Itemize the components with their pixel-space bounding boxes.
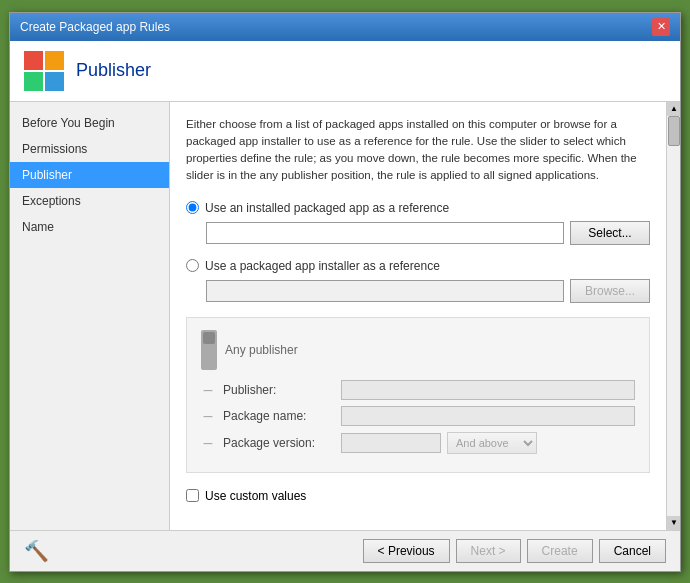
next-button[interactable]: Next > — [456, 539, 521, 563]
hammer-icon: 🔨 — [24, 539, 49, 563]
publisher-field-row: – Publisher: — [201, 380, 635, 400]
any-publisher-label: Any publisher — [225, 343, 298, 357]
package-version-dash: – — [201, 434, 215, 452]
sidebar-item-exceptions[interactable]: Exceptions — [10, 188, 169, 214]
sidebar-item-name[interactable]: Name — [10, 214, 169, 240]
package-name-field-label: Package name: — [223, 409, 333, 423]
close-button[interactable]: ✕ — [652, 18, 670, 36]
create-button[interactable]: Create — [527, 539, 593, 563]
dialog-footer: 🔨 < Previous Next > Create Cancel — [10, 530, 680, 571]
package-version-input[interactable] — [341, 433, 441, 453]
main-panel: Either choose from a list of packaged ap… — [170, 102, 666, 530]
dialog-title: Create Packaged app Rules — [20, 20, 170, 34]
dialog: Create Packaged app Rules ✕ Publisher Be… — [9, 12, 681, 572]
title-bar: Create Packaged app Rules ✕ — [10, 13, 680, 41]
custom-values-checkbox[interactable] — [186, 489, 199, 502]
svg-rect-3 — [45, 72, 64, 91]
svg-rect-0 — [24, 51, 43, 70]
package-name-field-row: – Package name: — [201, 406, 635, 426]
dialog-header: Publisher — [10, 41, 680, 102]
publisher-dash: – — [201, 381, 215, 399]
package-name-field-input[interactable] — [341, 406, 635, 426]
description-text: Either choose from a list of packaged ap… — [186, 116, 650, 185]
svg-rect-1 — [45, 51, 64, 70]
installed-app-input[interactable] — [206, 222, 564, 244]
radio-installer[interactable] — [186, 259, 199, 272]
slider-control[interactable] — [201, 330, 217, 370]
previous-button[interactable]: < Previous — [363, 539, 450, 563]
footer-left: 🔨 — [24, 539, 49, 563]
custom-values-row: Use custom values — [186, 489, 650, 503]
scrollbar[interactable]: ▲ ▼ — [666, 102, 680, 530]
sidebar-item-publisher[interactable]: Publisher — [10, 162, 169, 188]
scroll-track — [667, 116, 680, 516]
radio-row-installed: Use an installed packaged app as a refer… — [186, 201, 650, 215]
installed-input-row: Select... — [206, 221, 650, 245]
radio-row-installer: Use a packaged app installer as a refere… — [186, 259, 650, 273]
page-title: Publisher — [76, 60, 151, 81]
publisher-field-label: Publisher: — [223, 383, 333, 397]
package-version-field-row: – Package version: And above And below E… — [201, 432, 635, 454]
select-button[interactable]: Select... — [570, 221, 650, 245]
custom-values-label[interactable]: Use custom values — [205, 489, 306, 503]
sidebar-item-before-you-begin[interactable]: Before You Begin — [10, 110, 169, 136]
scroll-down-arrow[interactable]: ▼ — [667, 516, 680, 530]
sidebar-item-permissions[interactable]: Permissions — [10, 136, 169, 162]
radio-installed[interactable] — [186, 201, 199, 214]
slider-thumb[interactable] — [203, 332, 215, 344]
slider-header: Any publisher — [201, 330, 635, 370]
radio-installer-label[interactable]: Use a packaged app installer as a refere… — [205, 259, 440, 273]
version-condition-select[interactable]: And above And below Exactly — [447, 432, 537, 454]
radio-group-installed: Use an installed packaged app as a refer… — [186, 201, 650, 245]
scroll-up-arrow[interactable]: ▲ — [667, 102, 680, 116]
browse-button[interactable]: Browse... — [570, 279, 650, 303]
sidebar: Before You Begin Permissions Publisher E… — [10, 102, 170, 530]
radio-installed-label[interactable]: Use an installed packaged app as a refer… — [205, 201, 449, 215]
installer-app-input[interactable] — [206, 280, 564, 302]
package-version-field-label: Package version: — [223, 436, 333, 450]
publisher-icon — [24, 51, 64, 91]
radio-group-installer: Use a packaged app installer as a refere… — [186, 259, 650, 303]
slider-section: Any publisher – Publisher: – Package nam… — [186, 317, 650, 473]
content-area: Before You Begin Permissions Publisher E… — [10, 102, 680, 530]
svg-rect-2 — [24, 72, 43, 91]
scroll-thumb[interactable] — [668, 116, 680, 146]
version-row: And above And below Exactly — [341, 432, 537, 454]
publisher-field-input[interactable] — [341, 380, 635, 400]
package-name-dash: – — [201, 407, 215, 425]
installer-input-row: Browse... — [206, 279, 650, 303]
cancel-button[interactable]: Cancel — [599, 539, 666, 563]
